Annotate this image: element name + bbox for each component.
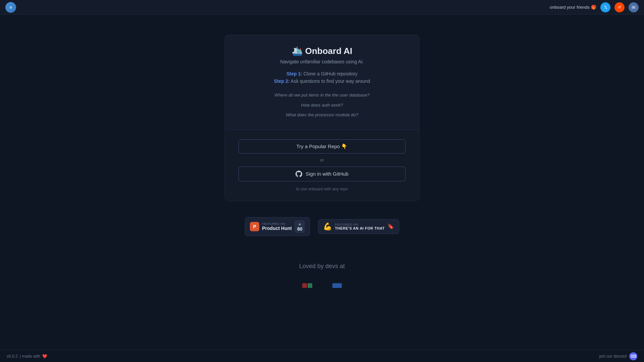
score-arrow: ▲ — [298, 222, 302, 226]
ship-icon: 🛳️ — [292, 46, 303, 56]
popular-repo-button[interactable]: Try a Popular Repo 👇 — [238, 139, 406, 154]
onboard-card: 🛳️ Onboard AI Navigate unfamiliar codeba… — [225, 35, 419, 201]
twitter-button[interactable]: 𝕏 — [600, 2, 610, 12]
email-button[interactable]: ✉ — [629, 2, 639, 12]
loved-section: Loved by devs at — [299, 263, 345, 270]
made-with-text: | made with — [20, 354, 40, 359]
steps-section: Step 1: Clone a GitHub repository Step 2… — [238, 71, 406, 84]
step1-text: Clone a GitHub repository — [304, 71, 358, 76]
muscle-icon: 💪 — [323, 222, 332, 231]
product-hunt-name: Product Hunt — [262, 226, 292, 231]
footer-left: v0.0.2 | made with ❤️ — [7, 354, 47, 359]
product-hunt-icon: P — [250, 222, 259, 231]
reddit-button[interactable]: r/ — [614, 2, 625, 12]
product-hunt-badge[interactable]: P FEATURED ON Product Hunt ▲ 80 — [245, 217, 310, 236]
popular-repo-label: Try a Popular Repo 👇 — [297, 143, 348, 149]
score-number: 80 — [297, 226, 303, 232]
ai-featured-label: FEATURED ON — [335, 223, 384, 226]
badges-section: P FEATURED ON Product Hunt ▲ 80 💪 FEATUR… — [245, 217, 399, 236]
step2-label: Step 2: — [274, 78, 290, 84]
step1-label: Step 1: — [286, 71, 302, 76]
card-subtitle: Navigate unfamiliar codebases using AI. — [238, 59, 406, 64]
heart-icon: ❤️ — [42, 354, 47, 359]
step2-line: Step 2: Ask questions to find your way a… — [238, 78, 406, 84]
brand-logo-2 — [332, 283, 342, 288]
green-square — [308, 283, 312, 288]
product-hunt-score: ▲ 80 — [294, 220, 305, 233]
card-top: 🛳️ Onboard AI Navigate unfamiliar codeba… — [225, 35, 419, 130]
brand-logo-1 — [302, 283, 312, 288]
menu-button[interactable]: ≡ — [5, 2, 16, 13]
reddit-icon: r/ — [619, 5, 621, 9]
discord-icon: ⌨ — [629, 352, 637, 360]
blue-rect — [332, 283, 342, 288]
onboard-friends-link[interactable]: onboard your friends 🎁 — [550, 5, 596, 10]
app-footer: v0.0.2 | made with ❤️ join our discord ⌨ — [0, 350, 644, 362]
ai-for-that-name: THERE'S AN AI FOR THAT — [335, 226, 384, 230]
product-hunt-content: FEATURED ON Product Hunt — [262, 222, 292, 231]
brands-row — [302, 283, 342, 288]
discord-label: join our discord — [599, 354, 627, 359]
example-query-3: What does the processor module do? — [238, 112, 406, 118]
use-onboard-text: to use onboard with any repo — [296, 187, 348, 191]
step2-text: Ask questions to find your way around — [291, 78, 370, 84]
brand-squares-2 — [332, 283, 342, 288]
header-left: ≡ — [5, 2, 16, 13]
step1-line: Step 1: Clone a GitHub repository — [238, 71, 406, 76]
github-icon — [296, 171, 302, 177]
ai-for-that-badge[interactable]: 💪 FEATURED ON THERE'S AN AI FOR THAT 🔖 — [318, 219, 399, 234]
github-signin-button[interactable]: Sign in with GitHub — [238, 167, 406, 181]
loved-text: Loved by devs at — [299, 263, 345, 269]
header-right: onboard your friends 🎁 𝕏 r/ ✉ — [550, 2, 639, 12]
brand-squares-1 — [302, 283, 312, 288]
or-divider: or — [320, 158, 324, 163]
example-query-1: Where do we put items in the the user da… — [238, 92, 406, 99]
example-query-2: How does auth work? — [238, 102, 406, 109]
onboard-friends-label: onboard your friends — [550, 5, 590, 10]
ai-for-that-content: FEATURED ON THERE'S AN AI FOR THAT — [335, 223, 384, 230]
github-signin-label: Sign in with GitHub — [306, 171, 348, 177]
card-title: 🛳️ Onboard AI — [238, 46, 406, 56]
app-header: ≡ onboard your friends 🎁 𝕏 r/ ✉ — [0, 0, 644, 15]
example-queries: Where do we put items in the the user da… — [238, 92, 406, 118]
product-hunt-featured-label: FEATURED ON — [262, 222, 292, 226]
twitter-icon: 𝕏 — [604, 5, 607, 10]
bookmark-icon: 🔖 — [387, 223, 394, 230]
card-bottom: Try a Popular Repo 👇 or Sign in with Git… — [225, 130, 419, 201]
email-icon: ✉ — [632, 5, 636, 10]
version-text: v0.0.2 — [7, 354, 18, 359]
main-content: 🛳️ Onboard AI Navigate unfamiliar codeba… — [0, 15, 644, 288]
menu-icon: ≡ — [9, 5, 12, 10]
gift-icon: 🎁 — [591, 5, 596, 10]
red-square — [302, 283, 307, 288]
discord-link[interactable]: join our discord ⌨ — [599, 352, 637, 360]
